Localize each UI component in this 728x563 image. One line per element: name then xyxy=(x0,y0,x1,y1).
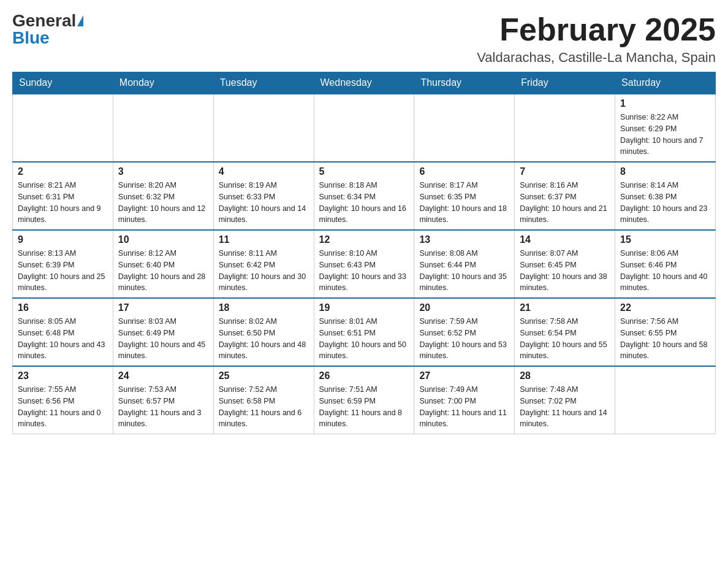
calendar-cell: 15Sunrise: 8:06 AMSunset: 6:46 PMDayligh… xyxy=(615,230,716,298)
calendar-cell: 24Sunrise: 7:53 AMSunset: 6:57 PMDayligh… xyxy=(113,366,213,434)
day-number: 16 xyxy=(18,302,108,313)
calendar-cell xyxy=(615,366,716,434)
calendar-cell: 21Sunrise: 7:58 AMSunset: 6:54 PMDayligh… xyxy=(515,298,615,366)
day-info: Sunrise: 8:03 AMSunset: 6:49 PMDaylight:… xyxy=(118,316,208,362)
day-number: 8 xyxy=(620,166,710,177)
calendar-cell: 13Sunrise: 8:08 AMSunset: 6:44 PMDayligh… xyxy=(414,230,515,298)
day-number: 7 xyxy=(520,166,610,177)
day-info: Sunrise: 7:56 AMSunset: 6:55 PMDaylight:… xyxy=(620,316,710,362)
calendar-cell: 16Sunrise: 8:05 AMSunset: 6:48 PMDayligh… xyxy=(13,298,113,366)
day-number: 27 xyxy=(419,370,509,381)
day-number: 15 xyxy=(620,234,710,245)
day-info: Sunrise: 8:22 AMSunset: 6:29 PMDaylight:… xyxy=(620,112,710,158)
logo: General Blue xyxy=(12,12,83,47)
calendar-cell: 7Sunrise: 8:16 AMSunset: 6:37 PMDaylight… xyxy=(515,162,615,230)
calendar-cell: 25Sunrise: 7:52 AMSunset: 6:58 PMDayligh… xyxy=(213,366,314,434)
day-number: 18 xyxy=(219,302,309,313)
day-number: 12 xyxy=(319,234,409,245)
calendar-cell: 17Sunrise: 8:03 AMSunset: 6:49 PMDayligh… xyxy=(113,298,213,366)
calendar-cell: 18Sunrise: 8:02 AMSunset: 6:50 PMDayligh… xyxy=(213,298,314,366)
month-title: February 2025 xyxy=(477,12,716,47)
calendar-cell: 8Sunrise: 8:14 AMSunset: 6:38 PMDaylight… xyxy=(615,162,716,230)
calendar-cell: 20Sunrise: 7:59 AMSunset: 6:52 PMDayligh… xyxy=(414,298,515,366)
calendar-cell: 1Sunrise: 8:22 AMSunset: 6:29 PMDaylight… xyxy=(615,94,716,162)
weekday-header-sunday: Sunday xyxy=(13,72,113,94)
calendar-cell: 2Sunrise: 8:21 AMSunset: 6:31 PMDaylight… xyxy=(13,162,113,230)
day-number: 14 xyxy=(520,234,610,245)
day-number: 22 xyxy=(620,302,710,313)
calendar-cell: 9Sunrise: 8:13 AMSunset: 6:39 PMDaylight… xyxy=(13,230,113,298)
calendar-week-row: 16Sunrise: 8:05 AMSunset: 6:48 PMDayligh… xyxy=(13,298,716,366)
calendar-cell: 10Sunrise: 8:12 AMSunset: 6:40 PMDayligh… xyxy=(113,230,213,298)
day-info: Sunrise: 8:16 AMSunset: 6:37 PMDaylight:… xyxy=(520,180,610,226)
day-info: Sunrise: 7:59 AMSunset: 6:52 PMDaylight:… xyxy=(419,316,509,362)
day-number: 23 xyxy=(18,370,108,381)
logo-general-text: General xyxy=(12,12,76,29)
weekday-header-wednesday: Wednesday xyxy=(314,72,414,94)
calendar-table: SundayMondayTuesdayWednesdayThursdayFrid… xyxy=(12,72,716,434)
calendar-cell xyxy=(515,94,615,162)
day-number: 20 xyxy=(419,302,509,313)
calendar-cell: 4Sunrise: 8:19 AMSunset: 6:33 PMDaylight… xyxy=(213,162,314,230)
day-info: Sunrise: 8:18 AMSunset: 6:34 PMDaylight:… xyxy=(319,180,409,226)
day-info: Sunrise: 8:13 AMSunset: 6:39 PMDaylight:… xyxy=(18,248,108,294)
day-number: 10 xyxy=(118,234,208,245)
calendar-body: 1Sunrise: 8:22 AMSunset: 6:29 PMDaylight… xyxy=(13,94,716,434)
calendar-cell xyxy=(414,94,515,162)
day-info: Sunrise: 7:53 AMSunset: 6:57 PMDaylight:… xyxy=(118,384,208,430)
day-info: Sunrise: 7:51 AMSunset: 6:59 PMDaylight:… xyxy=(319,384,409,430)
calendar-cell: 11Sunrise: 8:11 AMSunset: 6:42 PMDayligh… xyxy=(213,230,314,298)
day-number: 28 xyxy=(520,370,610,381)
calendar-cell: 12Sunrise: 8:10 AMSunset: 6:43 PMDayligh… xyxy=(314,230,414,298)
calendar-cell xyxy=(13,94,113,162)
day-number: 3 xyxy=(118,166,208,177)
day-number: 1 xyxy=(620,98,710,109)
calendar-cell: 23Sunrise: 7:55 AMSunset: 6:56 PMDayligh… xyxy=(13,366,113,434)
weekday-header-saturday: Saturday xyxy=(615,72,716,94)
calendar-week-row: 2Sunrise: 8:21 AMSunset: 6:31 PMDaylight… xyxy=(13,162,716,230)
day-info: Sunrise: 8:08 AMSunset: 6:44 PMDaylight:… xyxy=(419,248,509,294)
calendar-cell: 5Sunrise: 8:18 AMSunset: 6:34 PMDaylight… xyxy=(314,162,414,230)
day-info: Sunrise: 8:20 AMSunset: 6:32 PMDaylight:… xyxy=(118,180,208,226)
day-number: 17 xyxy=(118,302,208,313)
calendar-cell: 6Sunrise: 8:17 AMSunset: 6:35 PMDaylight… xyxy=(414,162,515,230)
day-info: Sunrise: 8:02 AMSunset: 6:50 PMDaylight:… xyxy=(219,316,309,362)
day-number: 24 xyxy=(118,370,208,381)
day-info: Sunrise: 8:12 AMSunset: 6:40 PMDaylight:… xyxy=(118,248,208,294)
day-number: 2 xyxy=(18,166,108,177)
day-number: 4 xyxy=(219,166,309,177)
day-info: Sunrise: 8:11 AMSunset: 6:42 PMDaylight:… xyxy=(219,248,309,294)
location-text: Valdarachas, Castille-La Mancha, Spain xyxy=(477,50,716,66)
calendar-cell: 28Sunrise: 7:48 AMSunset: 7:02 PMDayligh… xyxy=(515,366,615,434)
calendar-week-row: 9Sunrise: 8:13 AMSunset: 6:39 PMDaylight… xyxy=(13,230,716,298)
weekday-header-friday: Friday xyxy=(515,72,615,94)
calendar-cell xyxy=(213,94,314,162)
weekday-header-tuesday: Tuesday xyxy=(213,72,314,94)
calendar-header-row: SundayMondayTuesdayWednesdayThursdayFrid… xyxy=(13,72,716,94)
day-info: Sunrise: 7:55 AMSunset: 6:56 PMDaylight:… xyxy=(18,384,108,430)
calendar-cell: 14Sunrise: 8:07 AMSunset: 6:45 PMDayligh… xyxy=(515,230,615,298)
day-number: 19 xyxy=(319,302,409,313)
calendar-cell xyxy=(113,94,213,162)
calendar-week-row: 1Sunrise: 8:22 AMSunset: 6:29 PMDaylight… xyxy=(13,94,716,162)
day-info: Sunrise: 7:48 AMSunset: 7:02 PMDaylight:… xyxy=(520,384,610,430)
calendar-cell: 26Sunrise: 7:51 AMSunset: 6:59 PMDayligh… xyxy=(314,366,414,434)
calendar-cell: 22Sunrise: 7:56 AMSunset: 6:55 PMDayligh… xyxy=(615,298,716,366)
calendar-cell: 27Sunrise: 7:49 AMSunset: 7:00 PMDayligh… xyxy=(414,366,515,434)
calendar-cell: 19Sunrise: 8:01 AMSunset: 6:51 PMDayligh… xyxy=(314,298,414,366)
weekday-header-thursday: Thursday xyxy=(414,72,515,94)
weekday-header-monday: Monday xyxy=(113,72,213,94)
title-block: February 2025 Valdarachas, Castille-La M… xyxy=(477,12,716,66)
day-info: Sunrise: 8:17 AMSunset: 6:35 PMDaylight:… xyxy=(419,180,509,226)
day-info: Sunrise: 7:52 AMSunset: 6:58 PMDaylight:… xyxy=(219,384,309,430)
logo-triangle-icon xyxy=(77,15,83,26)
logo-blue-text: Blue xyxy=(12,29,50,47)
day-info: Sunrise: 7:49 AMSunset: 7:00 PMDaylight:… xyxy=(419,384,509,430)
calendar-week-row: 23Sunrise: 7:55 AMSunset: 6:56 PMDayligh… xyxy=(13,366,716,434)
calendar-cell: 3Sunrise: 8:20 AMSunset: 6:32 PMDaylight… xyxy=(113,162,213,230)
day-info: Sunrise: 8:21 AMSunset: 6:31 PMDaylight:… xyxy=(18,180,108,226)
page-header: General Blue February 2025 Valdarachas, … xyxy=(12,12,716,66)
day-info: Sunrise: 8:01 AMSunset: 6:51 PMDaylight:… xyxy=(319,316,409,362)
day-info: Sunrise: 7:58 AMSunset: 6:54 PMDaylight:… xyxy=(520,316,610,362)
day-info: Sunrise: 8:10 AMSunset: 6:43 PMDaylight:… xyxy=(319,248,409,294)
